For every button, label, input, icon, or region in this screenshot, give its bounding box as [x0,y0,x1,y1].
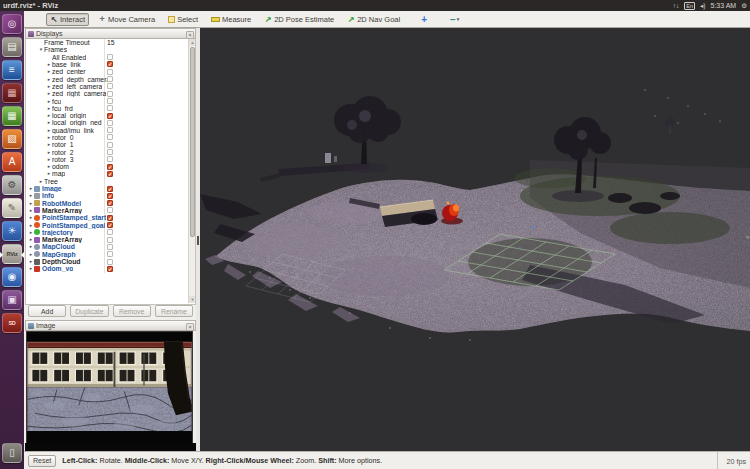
display-row[interactable]: ▸ PointStamped_start [26,214,190,221]
launcher-item[interactable]: ☀ [2,221,22,241]
display-checkbox[interactable] [107,164,113,170]
display-checkbox[interactable] [107,200,113,206]
display-row[interactable]: ▸ Tree [26,178,190,185]
display-row[interactable]: ▸ zed_right_camera [26,90,190,97]
volume-icon[interactable]: ◂) [700,0,705,11]
display-checkbox[interactable] [107,91,113,97]
display-row[interactable]: ▸ base_link [26,61,190,68]
display-row[interactable]: ▸ PointStamped_goal [26,221,190,228]
scrollbar-thumb[interactable] [190,47,195,237]
display-checkbox[interactable] [107,237,113,243]
property-value[interactable]: 15 [107,39,115,46]
launcher-item[interactable]: ▤ [2,37,22,57]
display-row[interactable]: ▸ fcu_frd [26,105,190,112]
keyboard-layout-indicator[interactable]: En [684,2,695,10]
launcher-item[interactable]: ▯ [2,443,22,463]
image-close-button[interactable]: × [186,323,194,331]
display-checkbox[interactable] [107,76,113,82]
display-checkbox[interactable] [107,222,113,228]
display-row[interactable]: ▸ rotor_1 [26,141,190,148]
panel-action-button[interactable]: Add [28,305,66,317]
display-row[interactable]: ▸ DepthCloud [26,258,190,265]
image-panel-header[interactable]: Image × [25,320,196,331]
launcher-item[interactable]: RViz [2,244,22,264]
display-checkbox[interactable] [107,83,113,89]
launcher-item[interactable]: ▣ [2,290,22,310]
tool-button[interactable]: Select [164,13,202,26]
display-row[interactable]: Frame Timeout 15 [26,39,190,46]
display-row[interactable]: ▸ rotor_2 [26,148,190,155]
display-checkbox[interactable] [107,98,113,104]
display-checkbox[interactable] [107,266,113,272]
display-checkbox[interactable] [107,186,113,192]
display-row[interactable]: ▸ MapCloud [26,243,190,250]
launcher-item[interactable]: ≡ [2,60,22,80]
launcher-item[interactable]: ▧ [2,129,22,149]
display-checkbox[interactable] [107,61,113,67]
display-checkbox[interactable] [107,113,113,119]
launcher-item[interactable]: ⚙ [2,175,22,195]
displays-tree[interactable]: Frame Timeout 15 ▾ Frames [25,39,196,305]
display-row[interactable]: ▸ rotor_3 [26,156,190,163]
display-row[interactable]: ▸ odom [26,163,190,170]
remove-tool-button[interactable]: −▾ [446,13,463,26]
3d-viewport[interactable]: ▸ [200,28,750,451]
display-row[interactable]: ▸ zed_left_camera [26,83,190,90]
scroll-up-icon[interactable]: ▲ [189,39,196,46]
3d-scene-canvas[interactable] [200,28,750,451]
display-row[interactable]: ▸ Info [26,192,190,199]
display-checkbox[interactable] [107,127,113,133]
display-row[interactable]: ▸ trajectory [26,229,190,236]
display-checkbox[interactable] [107,120,113,126]
displays-close-button[interactable]: × [186,31,194,39]
launcher-item[interactable]: ◎ [2,14,22,34]
tool-button[interactable]: Move Camera [94,13,159,26]
display-row[interactable]: ▸ local_origin_ned [26,119,190,126]
display-checkbox[interactable] [107,142,113,148]
clock[interactable]: 5:33 AM [710,0,736,11]
display-row[interactable]: ▸ fcu [26,97,190,104]
display-row[interactable]: All Enabled [26,54,190,61]
display-row[interactable]: ▸ MarkerArray [26,236,190,243]
display-checkbox[interactable] [107,207,113,213]
display-row[interactable]: ▸ MapGraph [26,251,190,258]
display-checkbox[interactable] [107,105,113,111]
launcher-item[interactable]: SD [2,313,22,333]
display-checkbox[interactable] [107,244,113,250]
display-checkbox[interactable] [107,251,113,257]
right-panel-collapse-icon[interactable]: ▸ [746,232,750,241]
launcher-item[interactable]: ▦ [2,106,22,126]
panel-action-button[interactable]: Rename [155,305,193,317]
display-checkbox[interactable] [107,259,113,265]
display-row[interactable]: ▸ Image [26,185,190,192]
tree-scrollbar[interactable]: ▲ ▼ [188,39,195,303]
splitter-handle-icon[interactable] [197,236,199,245]
display-row[interactable]: ▸ zed_center [26,68,190,75]
display-checkbox[interactable] [107,215,113,221]
tool-button[interactable]: 2D Nav Goal [343,13,404,26]
tool-button[interactable]: Measure [207,13,255,26]
display-checkbox[interactable] [107,171,113,177]
display-row[interactable]: ▸ rotor_0 [26,134,190,141]
display-row[interactable]: ▸ Odom_vo [26,265,190,272]
display-row[interactable]: ▸ map [26,170,190,177]
display-checkbox[interactable] [107,193,113,199]
display-row[interactable]: ▸ local_origin [26,112,190,119]
displays-panel-header[interactable]: Displays × [25,28,196,39]
tool-button[interactable]: Interact [46,13,89,26]
display-row[interactable]: ▸ MarkerArray [26,207,190,214]
panel-action-button[interactable]: Duplicate [70,305,108,317]
display-checkbox[interactable] [107,134,113,140]
add-tool-button[interactable]: + [417,13,431,26]
reset-button[interactable]: Reset [28,455,56,467]
session-gear-icon[interactable]: ⚙ [741,0,747,11]
launcher-item[interactable]: ▦ [2,83,22,103]
display-row[interactable]: ▸ zed_depth_camera [26,75,190,82]
display-checkbox[interactable] [107,69,113,75]
launcher-item[interactable]: ✎ [2,198,22,218]
network-icon[interactable]: ↑↓ [673,0,680,11]
display-row[interactable]: ▸ RobotModel [26,200,190,207]
launcher-item[interactable]: A [2,152,22,172]
scroll-down-icon[interactable]: ▼ [189,296,196,303]
display-checkbox[interactable] [107,229,113,235]
